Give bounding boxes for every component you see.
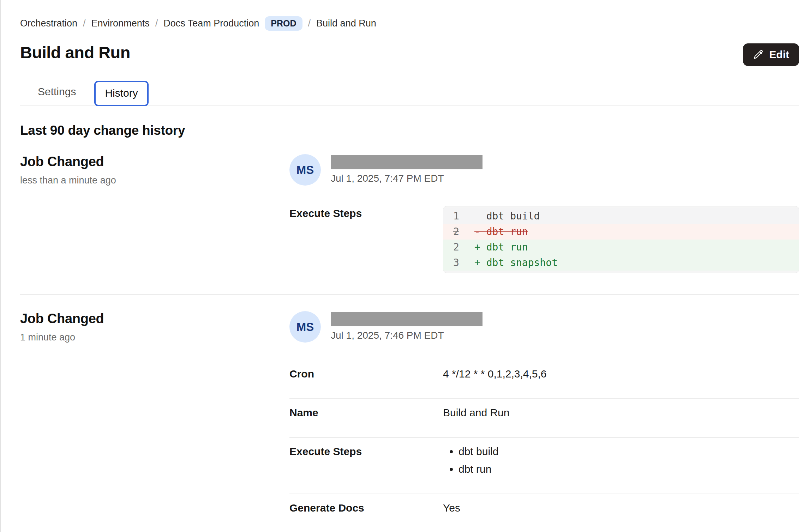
entry-relative-time: 1 minute ago <box>20 332 289 343</box>
job-history-page: Orchestration / Environments / Docs Team… <box>0 0 809 532</box>
breadcrumb-separator: / <box>83 18 86 29</box>
field-label: Generate Docs <box>289 501 443 514</box>
redacted-username <box>331 312 483 326</box>
user-meta: Jul 1, 2025, 7:46 PM EDT <box>331 311 483 341</box>
section-title: Last 90 day change history <box>20 123 799 138</box>
entry-user-row: MS Jul 1, 2025, 7:47 PM EDT <box>289 154 799 186</box>
diff-line: 3 + dbt snapshot <box>443 255 799 271</box>
diff-line-number: 2 <box>453 224 470 240</box>
breadcrumb-orchestration[interactable]: Orchestration <box>20 18 77 29</box>
field-label: Cron <box>289 367 443 380</box>
redacted-username <box>331 155 483 169</box>
diff-line-number: 1 <box>453 208 470 224</box>
breadcrumb: Orchestration / Environments / Docs Team… <box>20 16 799 31</box>
field-value: Yes <box>443 501 799 514</box>
page-left-border <box>0 0 1 532</box>
entry-event-title: Job Changed <box>20 311 289 326</box>
diff-line: 2 + dbt run <box>443 240 799 255</box>
field-value: dbt build dbt run <box>443 444 799 475</box>
diff-line-code: + dbt run <box>474 240 528 255</box>
field-value: Build and Run <box>443 405 799 419</box>
prod-environment-badge: PROD <box>265 16 302 31</box>
field-value: 4 */12 * * 0,1,2,3,4,5,6 <box>443 367 799 380</box>
entry-summary: Job Changed 1 minute ago <box>20 311 289 532</box>
entry-user-row: MS Jul 1, 2025, 7:46 PM EDT <box>289 311 799 343</box>
page-header: Build and Run Edit <box>20 43 799 66</box>
field-row-name: Name Build and Run <box>289 398 799 437</box>
field-row-execute-steps: Execute Steps 1 dbt build 2 - dbt run <box>289 206 799 273</box>
breadcrumb-environments[interactable]: Environments <box>91 18 150 29</box>
diff-line: 1 dbt build <box>443 208 799 224</box>
diff-line-code: - dbt run <box>474 224 528 240</box>
breadcrumb-docs-team-production[interactable]: Docs Team Production <box>163 18 259 29</box>
history-entry: Job Changed less than a minute ago MS Ju… <box>20 138 799 294</box>
user-meta: Jul 1, 2025, 7:47 PM EDT <box>331 154 483 184</box>
entry-detail: MS Jul 1, 2025, 7:46 PM EDT Cron 4 */12 … <box>289 311 799 532</box>
edit-button-label: Edit <box>769 49 789 61</box>
entry-timestamp: Jul 1, 2025, 7:47 PM EDT <box>331 173 483 184</box>
tab-settings[interactable]: Settings <box>26 79 87 105</box>
avatar: MS <box>289 154 321 186</box>
execute-steps-diff: 1 dbt build 2 - dbt run 2 + dbt <box>443 206 799 273</box>
execute-step-item: dbt run <box>459 463 799 475</box>
diff-line-code: dbt build <box>474 208 540 224</box>
entry-relative-time: less than a minute ago <box>20 175 289 186</box>
tab-history[interactable]: History <box>94 81 148 106</box>
breadcrumb-current-build-and-run: Build and Run <box>316 18 376 29</box>
execute-step-item: dbt build <box>459 446 799 458</box>
field-row-cron: Cron 4 */12 * * 0,1,2,3,4,5,6 <box>289 360 799 398</box>
entry-summary: Job Changed less than a minute ago <box>20 154 289 273</box>
diff-line-number: 2 <box>453 240 470 255</box>
pencil-icon <box>753 49 764 60</box>
entry-fields: Cron 4 */12 * * 0,1,2,3,4,5,6 Name Build… <box>289 360 799 532</box>
history-entry: Job Changed 1 minute ago MS Jul 1, 2025,… <box>20 294 799 532</box>
execute-steps-list: dbt build dbt run <box>443 446 799 475</box>
tab-bar: Settings History <box>20 79 799 106</box>
entry-fields: Execute Steps 1 dbt build 2 - dbt run <box>289 206 799 273</box>
page-title: Build and Run <box>20 43 130 62</box>
field-row-execute-steps: Execute Steps dbt build dbt run <box>289 437 799 494</box>
diff-line-number: 3 <box>453 255 470 271</box>
field-row-generate-docs: Generate Docs Yes <box>289 494 799 532</box>
diff-line-code: + dbt snapshot <box>474 255 558 271</box>
breadcrumb-separator: / <box>308 18 311 29</box>
field-label: Execute Steps <box>289 444 443 475</box>
field-label: Name <box>289 405 443 419</box>
diff-line: 2 - dbt run <box>443 224 799 240</box>
field-label: Execute Steps <box>289 206 443 273</box>
entry-timestamp: Jul 1, 2025, 7:46 PM EDT <box>331 330 483 341</box>
edit-button[interactable]: Edit <box>743 43 799 66</box>
breadcrumb-separator: / <box>155 18 158 29</box>
entry-detail: MS Jul 1, 2025, 7:47 PM EDT Execute Step… <box>289 154 799 273</box>
entry-event-title: Job Changed <box>20 154 289 169</box>
avatar: MS <box>289 311 321 343</box>
